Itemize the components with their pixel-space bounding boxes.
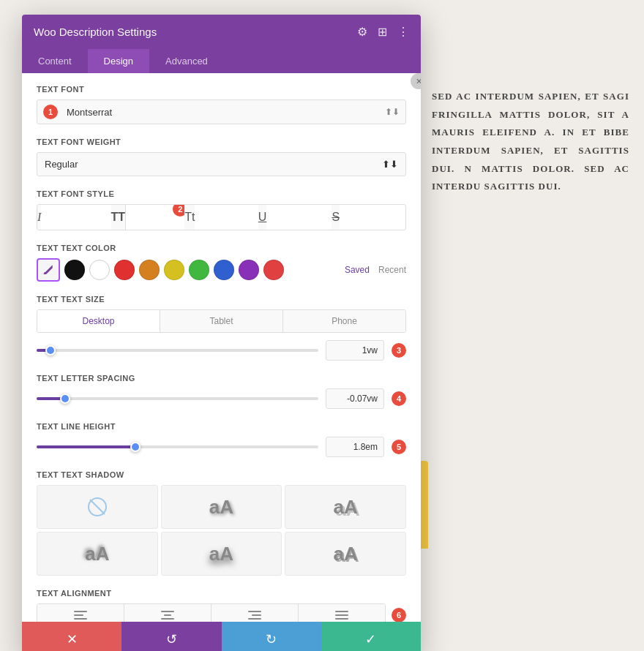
- font-weight-label: Text Font Weight: [37, 138, 406, 146]
- swatch-purple[interactable]: [239, 260, 259, 280]
- save-button[interactable]: ✓: [321, 622, 421, 651]
- shadow-style-3[interactable]: aA: [37, 532, 158, 576]
- line-height-track: [37, 445, 318, 448]
- font-select-row: 1 Montserrat ⬆⬇: [37, 99, 406, 124]
- size-tab-desktop[interactable]: Desktop: [37, 310, 160, 332]
- font-weight-section: Text Font Weight Regular ⬆⬇: [37, 138, 406, 176]
- letter-spacing-track: [37, 397, 318, 400]
- swatch-orange[interactable]: [139, 260, 160, 280]
- color-row: Saved Recent: [37, 258, 406, 282]
- shadow-grid: aA aA aA aA aA: [37, 485, 406, 576]
- underline-button[interactable]: U: [258, 205, 267, 230]
- italic-btn-wrap: I: [37, 205, 111, 230]
- line-height-fill: [37, 445, 135, 448]
- align-left-icon: [74, 611, 87, 620]
- swatch-custom[interactable]: [263, 260, 284, 280]
- underline-btn-wrap: U: [258, 205, 332, 230]
- title-btn-wrap: Tt: [184, 205, 258, 230]
- shadow-style-1[interactable]: aA: [161, 485, 282, 529]
- text-color-section: Text Text Color Saved: [37, 244, 406, 282]
- modal-tabs: Content Design Advanced: [22, 49, 421, 73]
- size-tab-tablet[interactable]: Tablet: [160, 310, 283, 332]
- swatch-green[interactable]: [189, 260, 209, 280]
- align-left-button[interactable]: [37, 604, 124, 622]
- more-icon[interactable]: ⋮: [397, 25, 409, 39]
- cancel-button[interactable]: ✕: [22, 622, 121, 651]
- font-value[interactable]: Montserrat: [64, 101, 379, 124]
- strikethrough-button[interactable]: S: [332, 205, 340, 230]
- swatch-red[interactable]: [114, 260, 135, 280]
- text-color-label: Text Text Color: [37, 244, 406, 252]
- letter-spacing-thumb[interactable]: [60, 394, 70, 404]
- text-shadow-section: Text Text Shadow aA aA aA: [37, 470, 406, 576]
- tab-advanced[interactable]: Advanced: [149, 49, 224, 73]
- text-size-label: Text Text Size: [37, 295, 406, 304]
- align-justify-icon: [335, 611, 348, 620]
- shadow-style-4[interactable]: aA: [161, 532, 282, 576]
- letter-spacing-input[interactable]: [326, 388, 384, 409]
- line-height-thumb[interactable]: [130, 442, 141, 452]
- alignment-badge: 6: [392, 608, 406, 622]
- modal-overlay: Woo Description Settings ⚙ ⊞ ⋮ Content D…: [22, 15, 421, 651]
- alignment-buttons: [37, 603, 386, 622]
- modal-title: Woo Description Settings: [34, 26, 157, 38]
- line-height-label: Text Line Height: [37, 422, 406, 431]
- saved-label[interactable]: Saved: [345, 265, 370, 275]
- text-font-section: Text Font 1 Montserrat ⬆⬇: [37, 85, 406, 124]
- color-picker-button[interactable]: [37, 258, 60, 282]
- align-justify-button[interactable]: [299, 604, 385, 622]
- font-arrows[interactable]: ⬆⬇: [379, 107, 405, 117]
- text-alignment-label: Text Alignment: [37, 589, 406, 598]
- italic-button[interactable]: I: [37, 205, 41, 230]
- modal-header: Woo Description Settings ⚙ ⊞ ⋮: [22, 15, 421, 49]
- style-buttons: I TT 2 Tt U S: [37, 204, 406, 230]
- font-style-label: Text Font Style: [37, 189, 406, 198]
- text-size-badge: 3: [392, 343, 406, 358]
- svg-line-2: [90, 500, 105, 514]
- swatch-black[interactable]: [64, 260, 85, 280]
- text-size-track: [37, 349, 318, 352]
- swatch-blue[interactable]: [214, 260, 234, 280]
- tab-design[interactable]: Design: [88, 49, 149, 73]
- letter-spacing-label: Text Letter Spacing: [37, 374, 406, 383]
- text-size-section: Text Text Size Desktop Tablet Phone 3: [37, 295, 406, 361]
- text-font-label: Text Font: [37, 85, 406, 94]
- bold-button[interactable]: TT: [111, 205, 127, 230]
- letter-spacing-section: Text Letter Spacing 4: [37, 374, 406, 409]
- align-center-icon: [161, 611, 174, 620]
- align-right-icon: [248, 611, 261, 620]
- font-weight-value: Regular: [45, 159, 78, 170]
- shadow-style-5[interactable]: aA: [285, 532, 406, 576]
- background-text: SED AC INTERDUM SAPIEN, ET SAGI FRINGILL…: [432, 88, 644, 196]
- shadow-none[interactable]: [37, 485, 158, 529]
- swatch-yellow[interactable]: [164, 260, 184, 280]
- swatch-white[interactable]: [89, 260, 110, 280]
- undo-button[interactable]: ↺: [121, 622, 221, 651]
- align-right-button[interactable]: [211, 604, 299, 622]
- text-size-input[interactable]: [326, 340, 384, 361]
- modal-body: Text Font 1 Montserrat ⬆⬇ Text Font Weig…: [22, 73, 421, 622]
- line-height-badge: 5: [392, 440, 406, 454]
- header-icons: ⚙ ⊞ ⋮: [357, 25, 409, 39]
- size-tab-phone[interactable]: Phone: [283, 310, 405, 332]
- text-size-thumb[interactable]: [45, 345, 56, 355]
- text-alignment-section: Text Alignment: [37, 589, 406, 622]
- line-height-section: Text Line Height 5: [37, 422, 406, 457]
- recent-label[interactable]: Recent: [378, 265, 406, 275]
- columns-icon[interactable]: ⊞: [378, 25, 387, 39]
- redo-button[interactable]: ↻: [222, 622, 321, 651]
- text-shadow-label: Text Text Shadow: [37, 470, 406, 479]
- align-center-button[interactable]: [124, 604, 211, 622]
- font-weight-arrows: ⬆⬇: [382, 159, 398, 170]
- font-weight-select[interactable]: Regular ⬆⬇: [37, 152, 406, 176]
- size-tabs: Desktop Tablet Phone: [37, 309, 406, 333]
- strikethrough-btn-wrap: S: [332, 205, 405, 230]
- svg-point-0: [44, 272, 46, 274]
- settings-icon[interactable]: ⚙: [357, 25, 367, 39]
- line-height-input[interactable]: [326, 437, 384, 457]
- font-badge: 1: [43, 105, 58, 119]
- font-style-section: Text Font Style I TT 2 Tt U S: [37, 189, 406, 230]
- tab-content[interactable]: Content: [22, 49, 88, 73]
- title-button[interactable]: Tt: [184, 205, 195, 230]
- shadow-style-2[interactable]: aA: [285, 485, 406, 529]
